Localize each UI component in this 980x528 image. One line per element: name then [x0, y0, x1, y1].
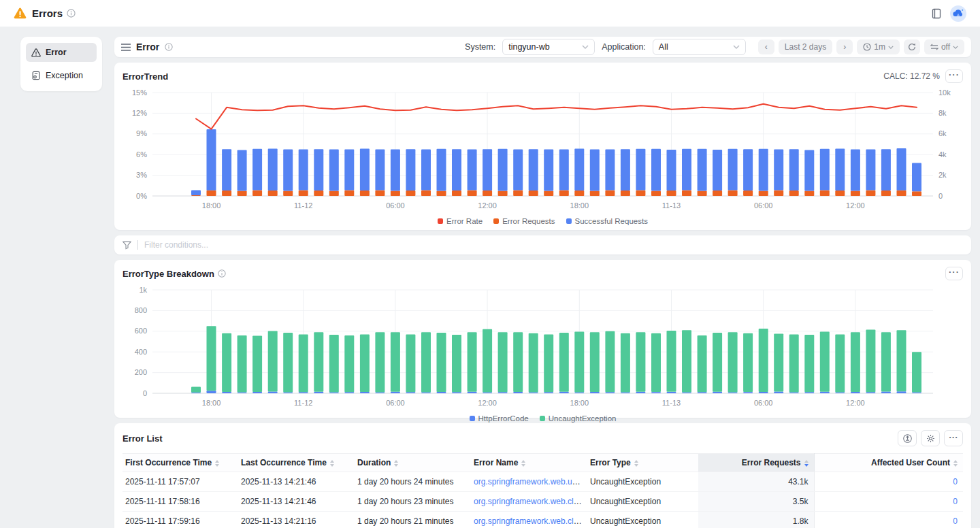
- svg-text:18:00: 18:00: [202, 399, 221, 407]
- table-row[interactable]: 2025-11-11 17:57:072025-11-13 14:21:461 …: [122, 472, 963, 492]
- info-icon[interactable]: [67, 9, 76, 18]
- legend-item[interactable]: Error Rate: [438, 217, 483, 225]
- bar-segment: [713, 392, 722, 393]
- bar-segment: [804, 335, 814, 392]
- bar-segment: [897, 391, 906, 393]
- docs-book-icon[interactable]: [931, 8, 942, 19]
- interval-dropdown[interactable]: 1m: [857, 39, 900, 54]
- more-options-button[interactable]: ···: [945, 267, 963, 280]
- bar-segment: [759, 329, 768, 392]
- export-button[interactable]: [898, 430, 917, 446]
- bar-segment: [789, 191, 799, 196]
- application-select[interactable]: All: [653, 39, 746, 55]
- time-next-button[interactable]: ›: [836, 39, 853, 54]
- bar-segment: [605, 392, 615, 393]
- column-header-error-type[interactable]: Error Type: [587, 454, 698, 472]
- affected-user-count-cell-link[interactable]: 0: [953, 497, 958, 506]
- refresh-button[interactable]: [904, 39, 920, 54]
- column-header-affected-user-count[interactable]: Affected User Count: [814, 454, 963, 472]
- legend-item[interactable]: UncaughtException: [540, 414, 617, 423]
- export-icon: [903, 434, 912, 443]
- column-settings-button[interactable]: [921, 430, 940, 446]
- interval-value: 1m: [874, 42, 885, 52]
- sidebar-item-exception[interactable]: Exception: [26, 66, 97, 85]
- legend-item[interactable]: Successful Requests: [566, 217, 648, 225]
- filter-toolbar: Error System: tingyun-wb Application: Al…: [114, 37, 971, 57]
- sort-icon: [394, 460, 398, 467]
- tingyun-logo[interactable]: [950, 5, 966, 22]
- bar-segment: [238, 335, 247, 393]
- bar-segment: [866, 392, 875, 393]
- svg-text:18:00: 18:00: [570, 201, 589, 210]
- first-occurrence-cell: 2025-11-11 17:57:07: [122, 472, 238, 492]
- collapse-menu-icon[interactable]: [121, 44, 131, 51]
- bar-segment: [299, 334, 308, 392]
- bar-segment: [605, 191, 615, 196]
- top-header: Errors: [0, 0, 980, 27]
- legend-item[interactable]: HttpErrorCode: [470, 414, 529, 423]
- error-name-cell[interactable]: org.springframework.web.client.Htt...: [471, 512, 587, 528]
- column-header-error-requests[interactable]: Error Requests: [698, 454, 814, 472]
- svg-text:6k: 6k: [938, 129, 947, 137]
- bar-segment: [851, 150, 860, 191]
- more-options-button[interactable]: ···: [944, 430, 963, 446]
- affected-user-count-cell-link[interactable]: 0: [953, 516, 958, 526]
- bar-segment: [498, 149, 508, 191]
- bar-segment: [437, 149, 446, 191]
- bar-segment: [375, 393, 385, 394]
- error-requests-cell: 43.1k: [698, 472, 814, 492]
- svg-text:11-13: 11-13: [662, 399, 681, 407]
- auto-refresh-dropdown[interactable]: off: [924, 39, 964, 54]
- svg-text:12%: 12%: [132, 109, 147, 117]
- info-icon[interactable]: [165, 43, 173, 51]
- bar-segment: [191, 386, 201, 392]
- error-name-cell-link[interactable]: org.springframework.web.util.Neste...: [474, 477, 587, 486]
- sidebar-item-error[interactable]: Error: [26, 43, 97, 62]
- bar-segment: [682, 149, 691, 191]
- column-header-duration[interactable]: Duration: [355, 454, 471, 472]
- column-label: Last Occurrence Time: [241, 458, 327, 467]
- bar-segment: [498, 191, 508, 196]
- error-name-cell[interactable]: org.springframework.web.client.Htt...: [471, 492, 587, 512]
- error-name-cell-link[interactable]: org.springframework.web.client.Htt...: [474, 497, 587, 506]
- more-options-button[interactable]: ···: [945, 69, 963, 83]
- bar-segment: [897, 148, 906, 191]
- legend-swatch: [493, 218, 499, 224]
- sort-icon: [804, 460, 808, 467]
- bar-segment: [804, 191, 814, 196]
- more-icon: ···: [949, 267, 960, 276]
- column-header-last-occurrence-time[interactable]: Last Occurrence Time: [238, 454, 355, 472]
- error-triangle-icon: [31, 48, 41, 57]
- bar-segment: [605, 331, 615, 392]
- system-select[interactable]: tingyun-wb: [502, 39, 595, 55]
- duration-cell: 1 day 20 hours 21 minutes: [355, 512, 471, 528]
- time-range-button[interactable]: Last 2 days: [779, 39, 832, 54]
- bar-segment: [238, 191, 247, 196]
- bar-segment: [590, 392, 600, 393]
- bar-segment: [759, 191, 768, 196]
- bar-segment: [513, 392, 523, 393]
- bar-segment: [897, 191, 906, 196]
- exception-file-icon: [31, 71, 41, 80]
- affected-user-count-cell[interactable]: 0: [814, 512, 963, 528]
- error-name-cell[interactable]: org.springframework.web.util.Neste...: [471, 472, 587, 492]
- affected-user-count-cell[interactable]: 0: [814, 492, 963, 512]
- column-header-first-occurrence-time[interactable]: First Occurrence Time: [122, 454, 238, 472]
- column-label: Duration: [357, 458, 391, 467]
- table-row[interactable]: 2025-11-11 17:58:162025-11-13 14:21:461 …: [122, 492, 963, 512]
- affected-user-count-cell[interactable]: 0: [814, 472, 963, 492]
- table-row[interactable]: 2025-11-11 17:59:162025-11-13 14:21:161 …: [122, 512, 963, 528]
- error-name-cell-link[interactable]: org.springframework.web.client.Htt...: [474, 516, 587, 526]
- affected-user-count-cell-link[interactable]: 0: [953, 477, 958, 486]
- info-icon[interactable]: [218, 269, 226, 278]
- bar-segment: [498, 392, 508, 393]
- error-trend-title: ErrorTrend: [122, 71, 168, 82]
- line-series: [196, 104, 917, 129]
- legend-item[interactable]: Error Requests: [493, 217, 555, 225]
- error-list-table: First Occurrence TimeLast Occurrence Tim…: [122, 453, 963, 528]
- filter-conditions-input[interactable]: [144, 240, 963, 250]
- bar-segment: [238, 150, 247, 191]
- time-range-label: Last 2 days: [785, 42, 826, 52]
- column-header-error-name[interactable]: Error Name: [471, 454, 587, 472]
- time-prev-button[interactable]: ‹: [758, 39, 774, 54]
